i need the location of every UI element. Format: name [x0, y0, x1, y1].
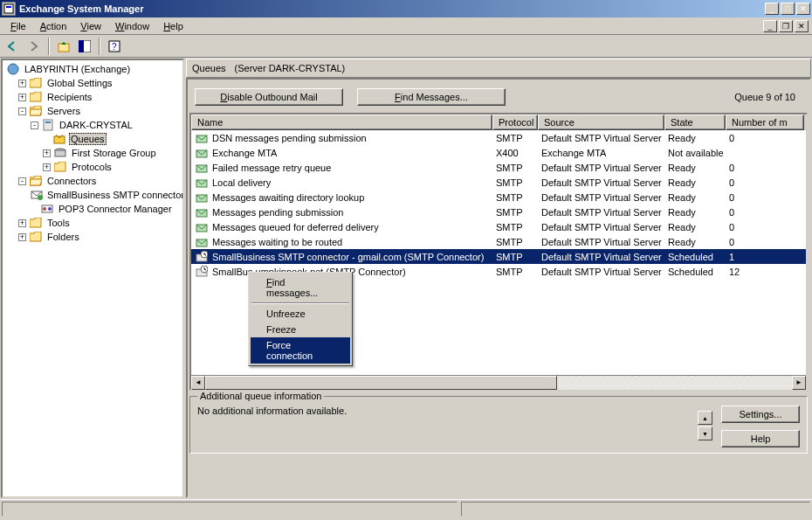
expand-icon[interactable]: + [18, 80, 26, 87]
folder-open-icon [29, 105, 43, 117]
cell-protocol: SMTP [492, 207, 538, 218]
table-row[interactable]: Failed message retry queueSMTPDefault SM… [191, 160, 806, 175]
tree-recipients[interactable]: + Recipients [3, 90, 182, 104]
expand-icon[interactable]: + [18, 219, 26, 227]
scroll-thumb[interactable] [205, 376, 557, 390]
smtp-connector-icon [31, 189, 43, 201]
col-number[interactable]: Number of m [726, 114, 804, 130]
col-name[interactable]: Name [191, 114, 492, 130]
ctx-force-connection[interactable]: Force connection [251, 337, 350, 364]
queue-count-label: Queue 9 of 10 [734, 92, 802, 102]
cell-number: 0 [726, 222, 804, 232]
tree-pane[interactable]: LABYRINTH (Exchange) + Global Settings +… [1, 59, 184, 498]
ctx-unfreeze[interactable]: Unfreeze [251, 306, 350, 322]
table-row[interactable]: Messages awaiting directory lookupSMTPDe… [191, 190, 806, 205]
tree-global-settings[interactable]: + Global Settings [3, 76, 182, 90]
tree-first-storage-group[interactable]: + First Storage Group [3, 146, 182, 160]
col-source[interactable]: Source [538, 114, 664, 130]
table-row[interactable]: DSN messages pending submissionSMTPDefau… [191, 130, 806, 145]
col-state[interactable]: State [664, 114, 726, 130]
svg-rect-2 [58, 44, 69, 52]
cell-number: 0 [726, 177, 804, 188]
cell-name: Local delivery [212, 177, 271, 188]
collapse-icon[interactable]: - [18, 177, 26, 185]
collapse-icon[interactable]: - [18, 107, 26, 115]
ctx-freeze[interactable]: Freeze [251, 322, 350, 337]
exchange-org-icon [6, 63, 20, 75]
info-scroll-up-button[interactable]: ▲ [698, 411, 712, 425]
maximize-button[interactable]: □ [781, 3, 795, 15]
find-messages-button[interactable]: Find Messages... [357, 88, 506, 106]
up-button[interactable] [54, 37, 73, 56]
queue-icon [195, 191, 209, 204]
queue-icon [195, 132, 209, 144]
tree-server[interactable]: - DARK-CRYSTAL [3, 118, 182, 132]
info-scroll-down-button[interactable]: ▼ [698, 426, 712, 440]
tree-tools[interactable]: + Tools [3, 216, 182, 230]
cell-source: Default SMTP Virtual Server [538, 133, 664, 143]
tree-folders[interactable]: + Folders [3, 230, 182, 244]
forward-button[interactable] [24, 37, 44, 56]
expand-icon[interactable]: + [43, 149, 51, 157]
collapse-icon[interactable]: - [31, 121, 38, 129]
horizontal-scrollbar[interactable]: ◄ ► [191, 375, 806, 389]
col-protocol[interactable]: Protocol [492, 114, 538, 130]
tree-protocols[interactable]: + Protocols [3, 160, 182, 174]
close-button[interactable]: ✕ [796, 3, 810, 15]
show-hide-tree-button[interactable] [75, 37, 94, 56]
menu-action[interactable]: Action [33, 19, 74, 33]
cell-name: Failed message retry queue [212, 163, 331, 173]
expand-icon[interactable]: + [18, 233, 26, 241]
cell-state: Ready [664, 177, 726, 188]
tree-queues[interactable]: Queues [3, 132, 182, 146]
tree-connectors[interactable]: - Connectors [3, 174, 182, 188]
menu-window[interactable]: Window [108, 19, 156, 33]
additional-info-text: No additional information available. [197, 406, 689, 416]
folder-icon [53, 161, 67, 173]
table-row[interactable]: Messages waiting to be routedSMTPDefault… [191, 234, 806, 249]
mdi-minimize-button[interactable]: _ [763, 20, 777, 32]
menu-file[interactable]: File [3, 19, 33, 33]
cell-name: Messages awaiting directory lookup [212, 192, 364, 203]
tree-smb-smtp-connector[interactable]: SmallBusiness SMTP connector [3, 188, 182, 202]
menu-help[interactable]: Help [156, 19, 190, 33]
table-row[interactable]: Local deliverySMTPDefault SMTP Virtual S… [191, 175, 806, 190]
tree-pop3-connector-manager[interactable]: POP3 Connector Manager [3, 202, 182, 216]
refresh-button[interactable]: ? [105, 37, 124, 56]
help-button[interactable]: Help [721, 430, 800, 447]
tree-root[interactable]: LABYRINTH (Exchange) [3, 62, 182, 76]
scroll-left-button[interactable]: ◄ [191, 376, 205, 390]
table-row[interactable]: Exchange MTAX400Exchange MTANot availabl… [191, 145, 806, 160]
queue-icon [195, 266, 209, 278]
expand-icon[interactable]: + [18, 94, 26, 101]
cell-number: 1 [726, 252, 804, 262]
cell-name: Messages queued for deferred delivery [212, 222, 379, 232]
storage-group-icon [53, 147, 67, 159]
table-row[interactable]: Messages pending submissionSMTPDefault S… [191, 205, 806, 219]
cell-name: Messages pending submission [212, 207, 343, 218]
disable-outbound-mail-button[interactable]: Disable Outbound Mail [195, 88, 343, 106]
folder-icon [29, 77, 43, 89]
svg-point-17 [48, 207, 52, 211]
folder-icon [29, 91, 43, 103]
back-button[interactable] [3, 37, 23, 56]
cell-state: Ready [664, 237, 726, 247]
menu-view[interactable]: View [73, 19, 108, 33]
svg-rect-8 [44, 120, 52, 130]
mdi-close-button[interactable]: ✕ [795, 20, 809, 32]
svg-point-7 [8, 64, 18, 74]
mdi-restore-button[interactable]: ❐ [779, 20, 793, 32]
table-row[interactable]: Messages queued for deferred deliverySMT… [191, 219, 806, 234]
cell-protocol: SMTP [492, 267, 538, 277]
settings-button[interactable]: Settings... [721, 406, 800, 423]
minimize-button[interactable]: _ [765, 3, 779, 15]
cell-state: Not available [664, 148, 726, 158]
tree-servers[interactable]: - Servers [3, 104, 182, 118]
ctx-find-messages[interactable]: Find messages... [251, 274, 350, 301]
expand-icon[interactable]: + [43, 163, 51, 171]
svg-rect-1 [6, 6, 11, 8]
folder-open-icon [29, 175, 43, 187]
cell-number: 12 [726, 267, 804, 277]
scroll-right-button[interactable]: ► [792, 376, 806, 390]
table-row[interactable]: SmallBusiness SMTP connector - gmail.com… [191, 249, 806, 264]
